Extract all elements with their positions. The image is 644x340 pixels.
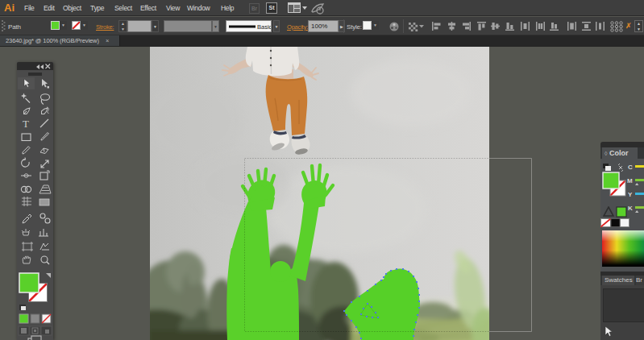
svg-text:Basic: Basic	[257, 23, 271, 31]
svg-text:T: T	[23, 118, 29, 130]
